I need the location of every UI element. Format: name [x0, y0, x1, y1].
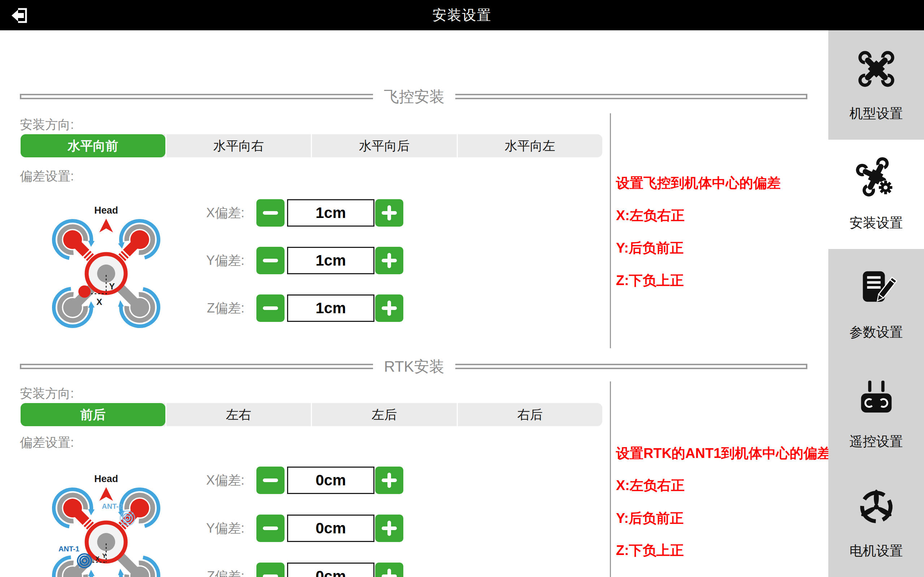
z-offset-label: Z偏差:	[154, 562, 244, 577]
rtk-z-offset-value[interactable]: 0cm	[287, 562, 375, 577]
rtk-y-increase-button[interactable]	[375, 514, 403, 542]
fc-offset-diagram: Head	[50, 199, 162, 329]
remote-controller-icon	[855, 376, 898, 418]
fc-direction-tabs: 水平向前 水平向右 水平向后 水平向左	[21, 134, 602, 157]
vertical-divider-fc	[610, 113, 611, 348]
tab-fc-right[interactable]: 水平向右	[165, 134, 311, 157]
sidebar-item-aircraft-settings[interactable]: 机型设置	[828, 30, 924, 140]
vertical-divider-rtk	[610, 381, 611, 577]
rtk-z-increase-button[interactable]	[375, 562, 403, 577]
tab-rtk-right-back[interactable]: 右后	[457, 403, 603, 426]
offset-label-fc: 偏差设置:	[20, 168, 74, 185]
rtk-z-decrease-button[interactable]	[256, 562, 284, 577]
x-offset-label: X偏差:	[154, 467, 244, 494]
top-bar: 安装设置	[0, 0, 924, 30]
sidebar-item-motor-settings[interactable]: 电机设置	[828, 467, 924, 577]
fc-note-z: Z:下负上正	[616, 271, 684, 287]
section-title-rtk: RTK安装	[0, 356, 828, 376]
drone-icon	[855, 48, 898, 90]
head-arrow-icon	[99, 219, 113, 232]
rtk-x-decrease-button[interactable]	[256, 467, 284, 494]
rtk-y-offset-value[interactable]: 0cm	[287, 514, 375, 542]
rtk-direction-tabs: 前后 左右 左后 右后	[21, 403, 602, 426]
fc-offset-point	[78, 285, 90, 298]
settings-sidebar: 机型设置	[828, 30, 924, 577]
y-offset-label: Y偏差:	[154, 247, 244, 274]
x-axis-label: X	[95, 555, 100, 562]
y-offset-increase-button[interactable]	[375, 247, 403, 274]
gear-icon	[879, 181, 892, 194]
rtk-note-title: 设置RTK的ANT1到机体中心的偏差	[616, 444, 831, 459]
x-offset-decrease-button[interactable]	[256, 199, 284, 227]
params-doc-pencil-icon	[855, 266, 898, 309]
y-offset-decrease-button[interactable]	[256, 247, 284, 274]
sidebar-item-label: 电机设置	[850, 542, 903, 560]
y-offset-label: Y偏差:	[154, 514, 244, 542]
rtk-offset-diagram: Head	[50, 467, 162, 577]
sidebar-item-parameter-settings[interactable]: 参数设置	[828, 249, 924, 358]
page-title: 安装设置	[0, 0, 924, 30]
sidebar-item-label: 遥控设置	[850, 433, 903, 451]
offset-label-rtk: 偏差设置:	[20, 434, 74, 451]
rtk-x-increase-button[interactable]	[375, 467, 403, 494]
head-label: Head	[94, 474, 118, 484]
rtk-note-y: Y:后负前正	[616, 509, 683, 524]
y-axis-label: Y	[109, 282, 115, 291]
motor-propeller-icon	[855, 485, 898, 527]
drone-gear-icon	[855, 157, 898, 200]
content-area: 飞控安装 安装方向: 水平向前 水平向右 水平向后 水平向左 偏差设置: Hea…	[0, 30, 828, 577]
tab-fc-backward[interactable]: 水平向后	[311, 134, 457, 157]
rtk-y-decrease-button[interactable]	[256, 514, 284, 542]
rtk-x-offset-value[interactable]: 0cm	[287, 467, 375, 494]
direction-label-rtk: 安装方向:	[20, 385, 74, 402]
tab-rtk-left-right[interactable]: 左右	[165, 403, 311, 426]
z-offset-label: Z偏差:	[154, 295, 244, 322]
tab-rtk-left-back[interactable]: 左后	[311, 403, 457, 426]
y-axis-label: Y	[102, 553, 107, 559]
fc-note-title: 设置飞控到机体中心的偏差	[616, 174, 781, 189]
y-offset-value[interactable]: 1cm	[287, 247, 375, 274]
ant2-label: ANT-2	[102, 502, 123, 510]
head-label: Head	[94, 205, 118, 216]
z-offset-decrease-button[interactable]	[256, 295, 284, 322]
z-offset-increase-button[interactable]	[375, 295, 403, 322]
direction-label-fc: 安装方向:	[20, 116, 74, 133]
x-axis-label: X	[96, 297, 102, 307]
x-offset-increase-button[interactable]	[375, 199, 403, 227]
tab-rtk-front-back[interactable]: 前后	[21, 403, 165, 426]
sidebar-item-installation-settings[interactable]: 安装设置	[828, 140, 924, 249]
sidebar-item-label: 机型设置	[850, 105, 903, 123]
fc-note-x: X:左负右正	[616, 206, 685, 222]
installation-settings-page: 安装设置 飞控安装 安装方向: 水平向前 水平向右 水平向后 水平向左 偏差设置…	[0, 0, 924, 577]
x-offset-label: X偏差:	[154, 199, 244, 227]
ant1-label: ANT-1	[58, 545, 79, 553]
head-arrow-icon	[99, 487, 113, 501]
section-title-fc: 飞控安装	[0, 87, 828, 106]
rtk-note-z: Z:下负上正	[616, 541, 684, 556]
z-offset-value[interactable]: 1cm	[287, 295, 375, 322]
rtk-note-x: X:左负右正	[616, 476, 685, 492]
sidebar-item-label: 安装设置	[850, 214, 903, 232]
fc-note-y: Y:后负前正	[616, 239, 683, 254]
sidebar-item-remote-settings[interactable]: 遥控设置	[828, 358, 924, 467]
tab-fc-forward[interactable]: 水平向前	[21, 134, 165, 157]
tab-fc-left[interactable]: 水平向左	[457, 134, 603, 157]
sidebar-item-label: 参数设置	[850, 323, 903, 342]
x-offset-value[interactable]: 1cm	[287, 199, 375, 227]
